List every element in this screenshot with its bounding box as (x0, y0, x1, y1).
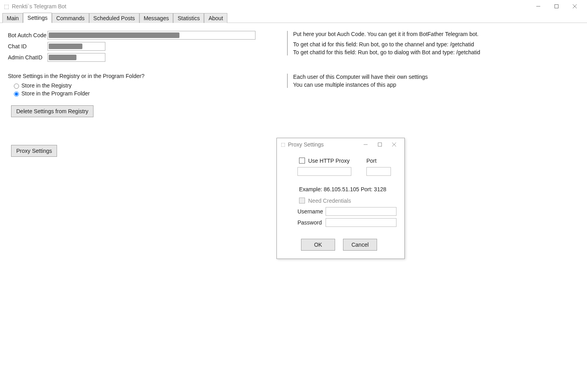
radio-store-folder-label: Store in the Program Folder (21, 90, 90, 97)
radio-store-registry-label: Store in the Registry (21, 82, 72, 89)
password-input[interactable] (326, 218, 396, 227)
proxy-cancel-button[interactable]: Cancel (343, 239, 377, 251)
password-label: Password (297, 219, 326, 226)
help-registry-1: Each user of this Computer will have the… (293, 74, 493, 80)
store-question: Store Settings in the Registry or in the… (8, 73, 285, 79)
tab-scheduled-posts[interactable]: Scheduled Posts (89, 13, 139, 23)
help-registry-2: You can use multiple instances of this a… (293, 82, 493, 88)
port-label: Port (366, 158, 391, 164)
svg-rect-5 (378, 143, 382, 147)
proxy-dialog-title: Proxy Settings (288, 141, 324, 148)
tab-about[interactable]: About (204, 13, 227, 23)
help-auth: Put here your bot Auch Code. You can get… (293, 31, 493, 37)
tab-statistics[interactable]: Statistics (173, 13, 204, 23)
need-credentials-checkbox[interactable] (299, 198, 305, 204)
use-http-proxy-checkbox[interactable] (299, 158, 305, 164)
tab-settings[interactable]: Settings (23, 13, 52, 23)
app-icon: ⬚ (3, 3, 10, 10)
username-label: Username (297, 208, 326, 215)
proxy-ok-button[interactable]: OK (301, 239, 335, 251)
tab-commands[interactable]: Commands (52, 13, 89, 23)
proxy-dialog: ⬚ Proxy Settings Use HTTP Proxy (276, 138, 405, 259)
proxy-host-input[interactable] (297, 167, 351, 176)
help-adminid: To get chatId for this field: Run bot, g… (293, 49, 493, 55)
proxy-minimize-button[interactable] (358, 143, 373, 147)
proxy-port-input[interactable] (366, 167, 391, 176)
proxy-maximize-button[interactable] (373, 143, 387, 147)
proxy-close-button[interactable] (387, 143, 401, 147)
chat-id-label: Chat ID (8, 43, 48, 49)
tab-messages[interactable]: Messages (139, 13, 173, 23)
proxy-example: Example: 86.105.51.105 Port: 3128 (299, 186, 396, 192)
admin-chat-id-label: Admin ChatID (8, 54, 48, 61)
help-panel: Put here your bot Auch Code. You can get… (287, 31, 493, 99)
window-title: Renkti`s Telegram Bot (12, 3, 66, 10)
use-http-proxy-label: Use HTTP Proxy (308, 158, 350, 164)
delete-settings-button[interactable]: Delete Settings from Registry (11, 105, 93, 117)
titlebar: ⬚ Renkti`s Telegram Bot (0, 0, 587, 13)
proxy-settings-button[interactable]: Proxy Settings (11, 145, 57, 157)
proxy-dialog-icon: ⬚ (280, 142, 286, 147)
tab-main[interactable]: Main (2, 13, 23, 23)
need-credentials-label: Need Credentials (308, 198, 351, 204)
username-input[interactable] (326, 207, 396, 216)
settings-pane: Bot Autch Code Chat ID Admin ChatID Stor… (0, 23, 587, 165)
minimize-button[interactable] (529, 0, 547, 13)
proxy-dialog-titlebar: ⬚ Proxy Settings (277, 138, 404, 151)
close-button[interactable] (566, 0, 584, 13)
radio-store-folder[interactable] (14, 91, 19, 97)
help-chatid: To get chat id for this field: Run bot, … (293, 41, 493, 48)
tab-bar: Main Settings Commands Scheduled Posts M… (0, 13, 587, 23)
svg-rect-1 (555, 5, 558, 8)
bot-auth-label: Bot Autch Code (8, 32, 48, 38)
maximize-button[interactable] (547, 0, 566, 13)
radio-store-registry[interactable] (14, 84, 19, 89)
